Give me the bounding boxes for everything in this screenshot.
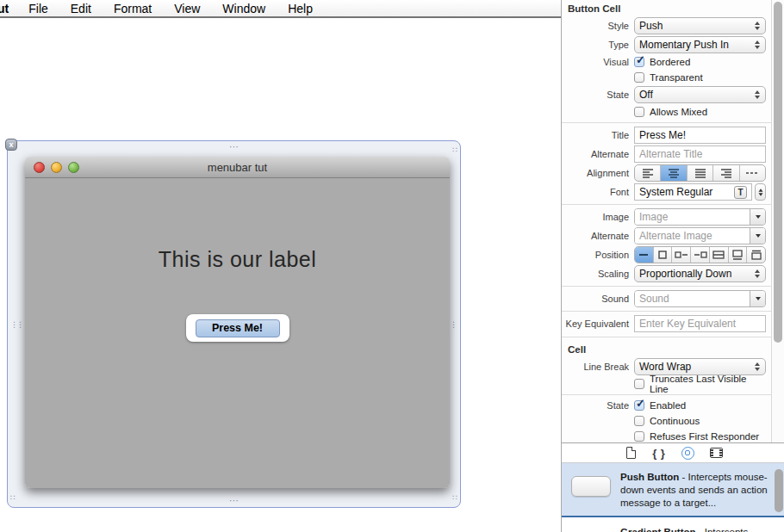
scaling-popup[interactable]: Proportionally Down (634, 265, 766, 282)
separator (562, 204, 772, 205)
combo-arrow-icon[interactable] (750, 291, 765, 306)
combo-arrow-icon[interactable] (750, 228, 765, 244)
refuses-first-responder-row: Refuses First Responder (562, 429, 772, 442)
align-justify-segment[interactable] (688, 165, 713, 181)
allows-mixed-checkbox[interactable] (634, 107, 644, 117)
position-image-only-segment[interactable] (654, 247, 673, 263)
menu-item-window[interactable]: Window (211, 2, 277, 15)
visual-label: Visual (562, 57, 634, 67)
state-row: State Off (562, 85, 772, 104)
align-right-segment[interactable] (713, 165, 739, 181)
separator (562, 122, 772, 123)
code-snippet-library-icon[interactable]: { } (652, 446, 666, 460)
section-header-button-cell: Button Cell (562, 0, 772, 16)
ib-canvas[interactable]: x ⋯ ⋯ ⋮⋮ ⋮⋮ ∷ ∷ ∷ menubar tut This is ou… (7, 140, 461, 508)
sound-combo[interactable]: Sound (634, 290, 766, 307)
scaling-value: Proportionally Down (639, 268, 731, 280)
enabled-checkbox[interactable] (634, 400, 644, 411)
text-label[interactable]: This is our label (25, 247, 450, 272)
continuous-row: Continuous (562, 413, 772, 429)
press-me-button[interactable]: Press Me! (196, 319, 280, 337)
align-left-segment[interactable] (635, 165, 661, 181)
drag-handle-top[interactable]: ⋯ (229, 142, 239, 152)
alternate-title-label: Alternate (562, 149, 634, 159)
type-popup[interactable]: Momentary Push In (634, 36, 766, 53)
position-image-left-segment[interactable] (672, 247, 691, 263)
canvas-close-icon[interactable]: x (5, 139, 17, 151)
menu-item-help[interactable]: Help (277, 2, 324, 15)
menu-item-edit[interactable]: Edit (59, 2, 103, 15)
type-value: Momentary Push In (639, 39, 729, 51)
menu-item-file[interactable]: File (17, 2, 59, 15)
key-equivalent-input[interactable]: Enter Key Equivalent (634, 315, 766, 332)
library-item-gradient-button[interactable]: Gradient Button - Intercepts... (562, 517, 784, 532)
truncates-label: Truncates Last Visible Line (650, 374, 766, 394)
refuses-first-responder-label: Refuses First Responder (650, 431, 759, 442)
resize-handle-top-right[interactable]: ∷ (452, 146, 457, 154)
alternate-image-combo[interactable]: Alternate Image (634, 227, 766, 244)
alternate-image-label: Alternate (562, 231, 634, 241)
continuous-checkbox[interactable] (634, 416, 644, 426)
line-break-row: Line Break Word Wrap (562, 357, 772, 376)
visual-transparent-row: Transparent (562, 70, 772, 85)
style-popup[interactable]: Push (634, 17, 766, 34)
truncates-checkbox[interactable] (634, 379, 644, 389)
position-image-above-segment[interactable] (747, 247, 765, 263)
font-label: Font (562, 187, 634, 197)
separator (562, 286, 772, 287)
refuses-first-responder-checkbox[interactable] (634, 431, 644, 442)
align-natural-segment[interactable] (740, 165, 765, 181)
position-image-overlap-segment[interactable] (710, 247, 729, 263)
position-title-only-segment[interactable] (635, 247, 654, 263)
sound-placeholder: Sound (635, 291, 750, 306)
sound-label: Sound (562, 294, 634, 304)
type-label: Type (562, 40, 634, 50)
image-placeholder: Image (635, 209, 750, 225)
line-break-popup[interactable]: Word Wrap (634, 358, 766, 375)
cell-state-label: State (562, 400, 634, 411)
library-scrollbar-thumb[interactable] (775, 469, 783, 512)
font-picker-icon[interactable]: T (734, 186, 747, 199)
state-popup[interactable]: Off (634, 86, 766, 103)
library-toolbar: { } (562, 442, 784, 463)
window-titlebar[interactable]: menubar tut (25, 157, 450, 178)
media-library-icon[interactable] (709, 446, 723, 460)
resize-handle-left[interactable]: ⋮⋮ (10, 320, 22, 328)
inspector-scroll-area: Button Cell Style Push Type Momentary Pu… (562, 0, 772, 442)
transparent-checkbox[interactable] (634, 72, 644, 83)
app-menu-partial[interactable]: ut (0, 2, 17, 15)
position-image-below-segment[interactable] (729, 247, 748, 263)
image-combo[interactable]: Image (634, 208, 766, 226)
object-library-icon[interactable] (681, 446, 694, 460)
file-template-library-icon[interactable] (624, 446, 638, 460)
alternate-title-input[interactable]: Alternate Title (634, 145, 766, 163)
library-item-push-button[interactable]: Push Button - Intercepts mouse-down even… (562, 463, 784, 517)
inspector-scrollbar-thumb[interactable] (774, 2, 782, 343)
position-image-right-segment[interactable] (691, 247, 710, 263)
resize-handle-bottom-right[interactable]: ∷ (452, 494, 457, 502)
font-row: Font System Regular T (562, 182, 772, 201)
separator (562, 394, 772, 395)
font-stepper[interactable] (755, 183, 766, 201)
title-input[interactable]: Press Me! (634, 127, 766, 144)
font-field[interactable]: System Regular T (634, 183, 752, 201)
menu-item-view[interactable]: View (163, 2, 211, 15)
combo-arrow-icon[interactable] (750, 209, 765, 225)
font-value: System Regular (639, 186, 712, 198)
align-center-segment[interactable] (661, 165, 687, 181)
position-segmented-control (634, 246, 766, 263)
window-content: This is our label Press Me! (25, 178, 450, 488)
popup-arrows-icon (755, 87, 760, 102)
popup-arrows-icon (755, 37, 760, 53)
bordered-checkbox[interactable] (634, 57, 644, 67)
resize-handle-bottom-left[interactable]: ∷ (10, 494, 16, 502)
image-label: Image (562, 212, 634, 222)
preview-window[interactable]: menubar tut This is our label Press Me! (25, 157, 450, 488)
drag-handle-bottom[interactable]: ⋯ (229, 496, 239, 505)
key-equivalent-row: Key Equivalent Enter Key Equivalent (562, 314, 772, 333)
menu-item-format[interactable]: Format (103, 2, 163, 15)
popup-arrows-icon (755, 266, 760, 281)
library-item-name: Push Button (620, 472, 679, 482)
inspector-scrollbar[interactable] (771, 0, 784, 442)
alignment-row: Alignment (562, 164, 772, 182)
